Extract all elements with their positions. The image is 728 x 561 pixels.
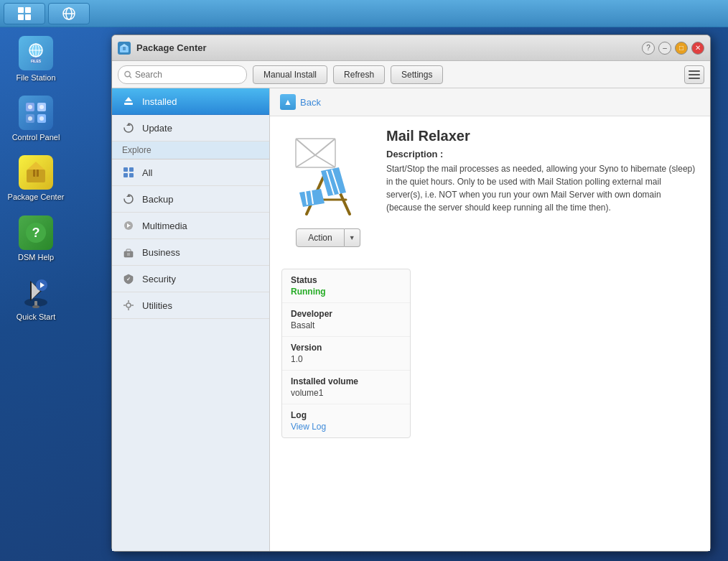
sidebar-item-security[interactable]: ✓ Security: [112, 266, 269, 292]
package-icon: [281, 128, 375, 221]
sidebar-item-update[interactable]: Update: [112, 115, 269, 142]
svg-rect-40: [689, 70, 700, 72]
all-icon: [122, 166, 135, 179]
globe-button[interactable]: [48, 3, 90, 24]
installed-volume-row: Installed volume volume1: [282, 371, 410, 404]
svg-text:✓: ✓: [126, 277, 131, 282]
dsm-help-icon[interactable]: ? DSM Help: [7, 215, 65, 262]
installed-volume-value: volume1: [291, 388, 401, 398]
package-center-window: Package Center ? – □ ✕ Manual Install Re…: [111, 34, 711, 552]
taskbar: [0, 0, 728, 27]
package-title: Mail Relaxer: [386, 128, 699, 144]
version-value: 1.0: [291, 354, 401, 364]
main-content: Installed Update Explore: [112, 88, 710, 551]
file-station-label: File Station: [16, 73, 55, 83]
sidebar-item-business[interactable]: Business: [112, 239, 269, 266]
multimedia-icon: [122, 219, 135, 232]
window-title: Package Center: [136, 42, 636, 53]
file-station-icon[interactable]: FILES File Station: [7, 36, 65, 83]
back-button[interactable]: Back: [300, 97, 321, 108]
sidebar-item-backup[interactable]: Backup: [112, 186, 269, 213]
maximize-button[interactable]: □: [675, 42, 688, 55]
svg-rect-47: [129, 167, 134, 172]
window-icon: [118, 42, 131, 55]
svg-point-38: [125, 71, 130, 76]
svg-rect-41: [689, 74, 700, 75]
status-value: Running: [291, 287, 401, 297]
grid-button[interactable]: [4, 3, 45, 24]
svg-rect-49: [129, 173, 134, 177]
menu-button[interactable]: [684, 65, 704, 84]
svg-rect-2: [18, 14, 24, 20]
multimedia-label: Multimedia: [142, 221, 187, 231]
svg-rect-43: [124, 103, 133, 105]
sidebar-explore-header: Explore: [112, 142, 269, 159]
sidebar-item-multimedia[interactable]: Multimedia: [112, 213, 269, 239]
sidebar-item-installed[interactable]: Installed: [112, 88, 269, 115]
quick-start-label: Quick Start: [17, 312, 55, 322]
svg-rect-3: [25, 14, 31, 20]
svg-point-21: [39, 116, 44, 121]
action-dropdown[interactable]: ▼: [345, 228, 360, 247]
svg-rect-56: [127, 253, 130, 256]
status-row: Status Running: [282, 269, 410, 303]
log-label: Log: [291, 410, 401, 420]
developer-row: Developer Basalt: [282, 303, 410, 337]
settings-button[interactable]: Settings: [391, 65, 443, 84]
all-label: All: [142, 167, 152, 178]
business-label: Business: [142, 247, 180, 258]
svg-rect-0: [18, 7, 24, 13]
svg-point-20: [28, 116, 32, 121]
manual-install-button[interactable]: Manual Install: [253, 65, 327, 84]
svg-rect-1: [25, 7, 31, 13]
installed-volume-label: Installed volume: [291, 376, 401, 386]
version-label: Version: [291, 343, 401, 353]
package-right-panel: Mail Relaxer Description : Start/Stop th…: [386, 128, 699, 247]
desktop-icons: FILES File Station Control Pane: [7, 36, 65, 322]
business-icon: [122, 246, 135, 259]
security-icon: ✓: [122, 272, 135, 285]
action-button[interactable]: Action: [296, 228, 344, 247]
svg-point-19: [39, 105, 44, 109]
search-box[interactable]: [118, 65, 247, 84]
svg-line-39: [129, 75, 131, 78]
sidebar-item-utilities[interactable]: Utilities: [112, 292, 269, 319]
sidebar: Installed Update Explore: [112, 88, 270, 551]
quick-start-icon[interactable]: Quick Start: [7, 275, 65, 322]
version-row: Version 1.0: [282, 337, 410, 371]
toolbar: Manual Install Refresh Settings: [112, 61, 710, 88]
explore-label: Explore: [122, 145, 151, 155]
developer-label: Developer: [291, 309, 401, 319]
description-text: Start/Stop the mail processes as needed,…: [386, 162, 699, 214]
refresh-button[interactable]: Refresh: [333, 65, 385, 84]
help-button[interactable]: ?: [642, 42, 655, 55]
action-button-container: Action ▼: [296, 228, 360, 247]
description-label: Description :: [386, 149, 699, 159]
update-label: Update: [142, 123, 172, 134]
svg-rect-42: [689, 78, 700, 79]
view-log-link[interactable]: View Log: [291, 422, 401, 432]
window-controls: ? – □ ✕: [642, 42, 704, 55]
svg-rect-46: [123, 167, 128, 172]
control-panel-label: Control Panel: [12, 133, 60, 142]
svg-rect-48: [123, 173, 128, 177]
package-left-panel: Action ▼: [281, 128, 375, 247]
svg-marker-23: [27, 162, 45, 170]
package-center-icon[interactable]: Package Center: [7, 155, 65, 202]
backup-label: Backup: [142, 194, 173, 205]
package-center-label: Package Center: [8, 193, 65, 202]
backup-icon: [122, 193, 135, 205]
close-button[interactable]: ✕: [691, 42, 704, 55]
info-table: Status Running Developer Basalt Version …: [281, 269, 411, 438]
search-icon: [124, 70, 132, 79]
control-panel-icon[interactable]: Control Panel: [7, 96, 65, 142]
status-label: Status: [291, 275, 401, 285]
back-arrow-icon[interactable]: ▲: [280, 94, 296, 110]
svg-point-34: [32, 305, 39, 308]
minimize-button[interactable]: –: [658, 42, 671, 55]
svg-point-58: [126, 303, 131, 307]
utilities-icon: [122, 299, 135, 312]
search-input[interactable]: [135, 70, 241, 80]
installed-label: Installed: [142, 96, 177, 107]
sidebar-item-all[interactable]: All: [112, 159, 269, 186]
